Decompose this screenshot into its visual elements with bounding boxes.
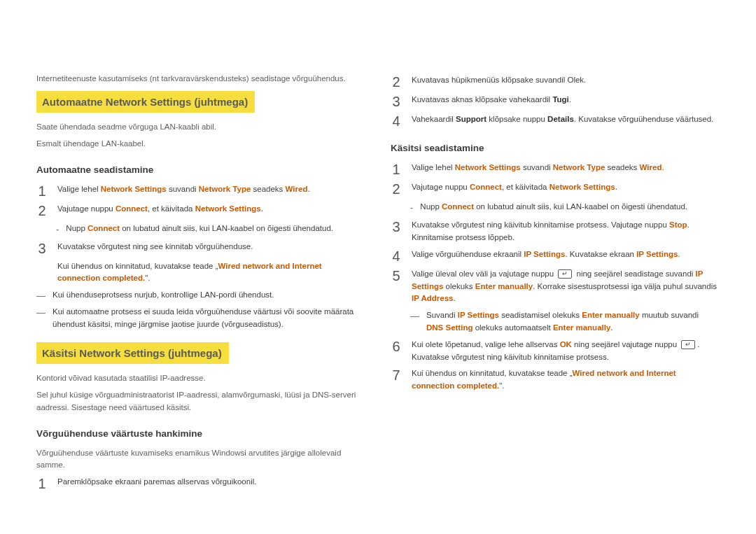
t: suvandi (167, 185, 199, 193)
step-number: 3 (391, 94, 402, 109)
note-content: Nupp Connect on lubatud ainult siis, kui… (66, 223, 333, 235)
text-p4: Sel juhul küsige võrguadministraatorist … (36, 389, 363, 414)
t: Vajutage nuppu (412, 183, 470, 191)
t: suvandi (521, 163, 553, 171)
values-step-4: 4 Vahekaardil Support klõpsake nuppu Det… (391, 113, 717, 129)
t: Enter manually (475, 282, 533, 290)
dash-icon: - (56, 223, 59, 237)
t: muutub suvandi (640, 311, 699, 319)
auto-step-2: 2 Vajutage nuppu Connect, et käivitada N… (36, 203, 363, 218)
t: ". (145, 274, 150, 282)
t: Valige lehel (412, 163, 455, 171)
step-content: Kui olete lõpetanud, valige lehe allserv… (412, 339, 717, 364)
t: OK (560, 340, 572, 349)
t: Network Settings (195, 204, 261, 213)
step-content: Valige võrguühenduse ekraanil IP Setting… (412, 248, 717, 261)
t: Tugi (552, 95, 568, 104)
step-number: 2 (391, 181, 402, 197)
t: . (453, 294, 455, 302)
dash-icon: ― (410, 309, 419, 323)
t: olekuks (443, 282, 475, 290)
t: Nupp (66, 224, 88, 232)
t: seadistamisel olekuks (499, 311, 582, 319)
t: Vajutage nuppu (57, 204, 115, 213)
step-number: 1 (36, 476, 48, 491)
step-content: Vajutage nuppu Connect, et käivitada Net… (57, 203, 363, 216)
step-content: Valige lehel Network Settings suvandi Ne… (412, 162, 717, 174)
note-content: Nupp Connect on lubatud ainult siis, kui… (420, 201, 687, 213)
t: seadeks (251, 185, 285, 193)
t: . Kuvatakse ekraan (565, 250, 636, 258)
t: Details (547, 115, 574, 123)
t: Wired (640, 163, 662, 171)
heading-get-values: Võrguühenduse väärtuste hankimine (36, 427, 363, 442)
t: Kui ühendus on kinnitatud, kuvatakse tea… (57, 262, 218, 270)
step-3-sub: Kui ühendus on kinnitatud, kuvatakse tea… (57, 260, 363, 286)
manual-step-5-note: ― Suvandi IP Settings seadistamisel olek… (410, 309, 717, 335)
t: ning seejärel vajutage nuppu (572, 340, 679, 349)
step-content: Valige lehel Network Settings suvandi Ne… (57, 183, 363, 196)
t: Network Type (199, 185, 251, 193)
t: Connect (442, 202, 474, 211)
text-p3: Kontorid võivad kasutada staatilisi IP-a… (36, 372, 363, 385)
step-number: 7 (391, 367, 402, 383)
t: Connect (88, 224, 120, 232)
step-number: 1 (36, 183, 48, 199)
t: Network Settings (550, 183, 615, 191)
manual-step-2: 2 Vajutage nuppu Connect, et käivitada N… (391, 181, 717, 197)
step-number: 6 (391, 339, 402, 354)
page: Internetiteenuste kasutamiseks (nt tarkv… (0, 0, 756, 534)
step-number: 3 (36, 241, 48, 256)
note-content: Kui ühenduseprotsess nurjub, kontrollige… (52, 289, 274, 302)
text-p5: Võrguühenduse väärtuste kuvamiseks enami… (36, 447, 363, 472)
t: . (610, 323, 612, 332)
manual-step-2-note: - Nupp Connect on lubatud ainult siis, k… (410, 201, 717, 215)
t: Kuvatakse võrgutest ning see kinnitab võ… (57, 241, 363, 253)
auto-step-3: 3 Kuvatakse võrgutest ning see kinnitab … (36, 241, 363, 285)
t: IP Address (412, 294, 453, 302)
dash-icon: - (410, 201, 413, 215)
step-number: 3 (391, 219, 402, 234)
t: ning seejärel seadistage suvandi (574, 269, 695, 278)
t: Kui olete lõpetanud, valige lehe allserv… (412, 340, 560, 349)
step-content: Vahekaardil Support klõpsake nuppu Detai… (412, 113, 717, 126)
manual-step-6: 6 Kui olete lõpetanud, valige lehe allse… (391, 339, 717, 364)
t: . Kuvatakse võrguühenduse väärtused. (574, 115, 713, 123)
intro-text: Internetiteenuste kasutamiseks (nt tarkv… (36, 73, 363, 85)
t: . (307, 185, 309, 193)
step-content: Kuvatakse võrgutest ning see kinnitab võ… (57, 241, 363, 285)
step-number: 4 (391, 113, 402, 129)
enter-key-icon (558, 269, 572, 279)
text-p1: Saate ühendada seadme võrguga LAN-kaabli… (36, 121, 363, 134)
t: Enter manually (553, 323, 610, 332)
t: IP Settings (458, 311, 499, 319)
t: . (261, 204, 263, 213)
t: . Korrake sisestusprotsessi iga välja pu… (533, 282, 717, 290)
auto-note-fail: ― Kui ühenduseprotsess nurjub, kontrolli… (36, 289, 363, 303)
step-content: Vajutage nuppu Connect, et käivitada Net… (412, 181, 717, 194)
t: on lubatud ainult siis, kui LAN-kaabel o… (474, 202, 687, 211)
note-content: Kui automaatne protsess ei suuda leida v… (52, 306, 363, 331)
t: on lubatud ainult siis, kui LAN-kaabel o… (120, 224, 333, 232)
auto-step-2-note: - Nupp Connect on lubatud ainult siis, k… (56, 223, 363, 237)
t: Network Type (553, 163, 606, 171)
step-content: Kui ühendus on kinnitatud, kuvatakse tea… (412, 367, 717, 393)
right-column: 2 Kuvatavas hüpikmenüüs klõpsake suvandi… (391, 70, 717, 506)
step-number: 2 (391, 74, 402, 90)
t: . (615, 183, 617, 191)
t: Valige lehel (57, 185, 101, 193)
t: IP Settings (636, 250, 678, 258)
t: DNS Setting (426, 323, 472, 332)
step-content: Kuvatakse võrgutest ning käivitub kinnit… (412, 219, 717, 244)
t: Vahekaardil (412, 115, 456, 123)
values-step-3: 3 Kuvatavas aknas klõpsake vahekaardil T… (391, 94, 717, 109)
values-step-1: 1 Paremklõpsake ekraani paremas allserva… (36, 476, 363, 491)
heading-auto-network-settings: Automaatne Network Settings (juhtmega) (36, 91, 255, 113)
t: . (678, 250, 680, 258)
t: . (662, 163, 664, 171)
t: Kuvatakse võrgutest ning käivitub kinnit… (412, 220, 669, 229)
t: ". (499, 381, 504, 390)
t: Network Settings (455, 163, 521, 171)
left-column: Internetiteenuste kasutamiseks (nt tarkv… (36, 70, 363, 506)
t: Network Settings (101, 185, 167, 193)
